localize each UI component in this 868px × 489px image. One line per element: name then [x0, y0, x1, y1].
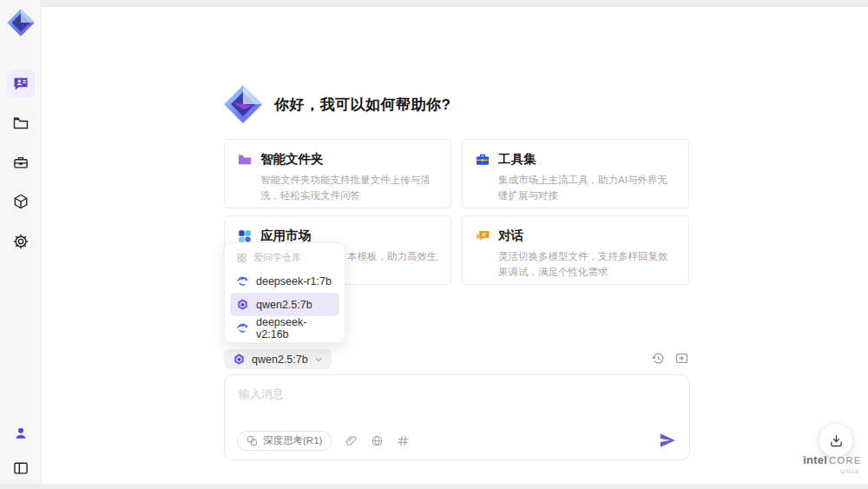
sidebar-item-settings[interactable] [7, 228, 35, 255]
download-icon [829, 433, 844, 448]
sidebar-item-chat[interactable] [7, 69, 35, 97]
card-smart-folder[interactable]: 智能文件夹 智能文件夹功能支持批量文件上传与清洗，轻松实现文件问答 [224, 139, 451, 208]
selected-model-label: qwen2.5:7b [252, 354, 308, 366]
intel-core-logo: intel CORE Ultra [806, 453, 859, 475]
cube-icon [12, 193, 30, 210]
card-desc: 灵活切换多模型文件，支持多样回复效果调试，满足个性化需求 [498, 249, 676, 281]
repo-icon [235, 253, 248, 263]
deepthink-icon [247, 435, 258, 446]
window-title-bar [42, 0, 868, 7]
card-desc: 智能文件夹功能支持批量文件上传与清洗，轻松实现文件问答 [260, 173, 438, 204]
model-option-qwen[interactable]: qwen2.5:7b [230, 293, 339, 316]
chat-input[interactable] [225, 375, 689, 426]
model-option-deepseek-v2[interactable]: deepseek-v2:16b [230, 316, 339, 340]
sidebar-item-collapse[interactable] [7, 454, 35, 482]
sidebar-item-models[interactable] [7, 188, 35, 215]
history-icon[interactable] [651, 351, 666, 366]
intel-wordmark: intel [803, 453, 827, 466]
dialog-chat-icon [475, 228, 490, 244]
paperclip-icon[interactable] [345, 434, 358, 447]
model-dropdown: 爱问学仓库 deepseek-r1:7b qwen2.5:7b [224, 242, 345, 343]
send-icon[interactable] [658, 431, 677, 450]
model-selector-button[interactable]: qwen2.5:7b [224, 349, 332, 369]
window-bottom-edge [0, 484, 868, 489]
card-title: 智能文件夹 [260, 151, 324, 168]
card-desc: 集成市场上主流工具，助力AI与外界无缝扩展与对接 [498, 173, 676, 204]
sidebar [0, 0, 42, 489]
card-title: 对话 [498, 228, 523, 244]
core-wordmark: CORE [829, 455, 862, 466]
deepseek-whale-icon [236, 274, 249, 287]
hash-grid-icon[interactable] [397, 434, 410, 447]
smart-folder-icon [237, 152, 253, 168]
app-market-icon [237, 228, 253, 244]
folder-icon [12, 115, 30, 132]
greeting-block: 你好，我可以如何帮助你? [222, 83, 450, 125]
chat-icon [12, 75, 30, 92]
globe-icon[interactable] [371, 434, 384, 447]
panel-layout-icon [12, 459, 30, 477]
app-logo-icon[interactable] [5, 7, 36, 38]
app-window: 你好，我可以如何帮助你? 智能文件夹 智能文件夹功能支持批量文件上传与清洗，轻松… [0, 0, 868, 489]
screenshot-add-icon[interactable] [674, 351, 689, 366]
qwen-icon [236, 298, 249, 311]
card-dialog[interactable]: 对话 灵活切换多模型文件，支持多样回复效果调试，满足个性化需求 [462, 215, 689, 285]
greeting-logo-icon [222, 83, 264, 125]
model-option-deepseek-r1[interactable]: deepseek-r1:7b [230, 269, 339, 293]
toolbox-icon [12, 154, 30, 171]
qwen-icon [233, 353, 246, 366]
model-dropdown-header: 爱问学仓库 [230, 248, 339, 269]
sidebar-item-folders[interactable] [7, 109, 35, 137]
settings-gear-icon [12, 233, 30, 250]
sidebar-item-account[interactable] [7, 420, 35, 447]
greeting-text: 你好，我可以如何帮助你? [274, 95, 450, 115]
sidebar-item-tools[interactable] [7, 149, 35, 176]
ultra-wordmark: Ultra [806, 467, 859, 475]
composer-actions [651, 351, 689, 366]
input-toolbar: 深度思考(R1) [237, 430, 677, 451]
card-toolset[interactable]: 工具集 集成市场上主流工具，助力AI与外界无缝扩展与对接 [462, 139, 689, 208]
deepseek-whale-icon [236, 321, 249, 334]
deep-think-toggle[interactable]: 深度思考(R1) [237, 431, 332, 451]
chat-input-container: 深度思考(R1) [224, 374, 690, 460]
download-fab[interactable] [819, 424, 852, 457]
card-title: 工具集 [498, 151, 536, 168]
chevron-down-icon [314, 355, 323, 364]
user-icon [12, 425, 30, 442]
toolset-briefcase-icon [475, 152, 490, 168]
